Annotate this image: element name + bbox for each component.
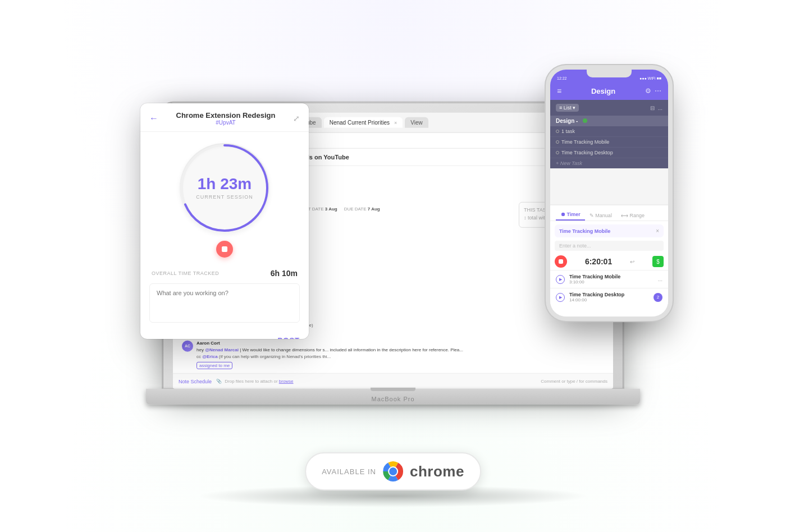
phone-timer-section: ⏺ Timer ✎ Manual ⟷ Range Time Tracking M…	[550, 204, 668, 317]
phone-range-tab[interactable]: ⟷ Range	[616, 213, 649, 221]
history-item-1: ▶ Time Tracking Desktop 14:00:00 2	[550, 288, 668, 306]
comment-cc: cc @Erica (if you can help with organizi…	[196, 354, 463, 359]
comment-input[interactable]: Comment or type / for commands	[541, 379, 607, 384]
tab-nenad[interactable]: Nenad Current Priorities ×	[324, 117, 403, 128]
history-text-1: Time Tracking Desktop 14:00:00	[569, 292, 649, 302]
timer-circle-container: 1h 23m CURRENT SESSION	[140, 132, 309, 263]
note-section	[140, 283, 309, 332]
task-item-1[interactable]: Time Tracking Mobile	[550, 137, 668, 148]
play-btn-1[interactable]: ▶	[556, 293, 565, 302]
post-button[interactable]: POST	[140, 332, 309, 339]
overall-label: OVERALL TIME TRACKED	[152, 270, 219, 276]
cc-mention: @Erica	[202, 354, 217, 359]
note-btn[interactable]: Note Schedule	[179, 378, 212, 384]
phone-note-input[interactable]: Enter a note...	[555, 241, 664, 251]
phone-record-row: 6:20:01 ↩ $	[550, 253, 668, 270]
chrome-availability-badge[interactable]: AVAILABLE IN chrome	[305, 452, 481, 490]
task-dot-0	[556, 130, 559, 133]
phone-header-actions: ⚙ ⋯	[645, 87, 661, 95]
settings-icon[interactable]: ⚙	[645, 87, 651, 95]
tab-label: View	[410, 120, 423, 126]
ext-title-area: Chrome Extension Redesign #UpvAT	[158, 111, 293, 126]
history-more-0[interactable]: ...	[658, 276, 662, 282]
timer-ring-svg	[177, 141, 272, 235]
history-name-0: Time Tracking Mobile	[569, 274, 654, 279]
comment-text: hey @Nenad Marcai | We would like to cha…	[196, 346, 463, 352]
overall-section: OVERALL TIME TRACKED 6h 10m	[140, 263, 309, 283]
task-name-2: Time Tracking Desktop	[561, 150, 613, 155]
task-name-1: Time Tracking Mobile	[561, 139, 609, 145]
task-dot-1	[556, 140, 559, 144]
history-time-1: 14:00:00	[569, 297, 649, 302]
list-view-btn[interactable]: ≡ List ▾	[556, 104, 579, 112]
history-time-0: 3:10:00	[569, 279, 654, 285]
comment-body: | We would like to change dimensions for…	[240, 347, 463, 352]
task-item-0[interactable]: 1 task	[550, 126, 668, 137]
phone-time: 12:22	[557, 76, 567, 80]
phone-list-header: ≡ List ▾ ⊟ ...	[550, 100, 668, 116]
svg-point-4	[389, 467, 397, 475]
drop-icon: 📎	[216, 379, 222, 384]
phone-screen: 12:22 ●●● WiFi ■■ ≡ Design ⚙ ⋯ ≡ List ▾ …	[550, 70, 668, 317]
chrome-logo-svg	[383, 461, 403, 481]
more-icon[interactable]: ⋯	[655, 87, 661, 95]
browse-link[interactable]: browse	[279, 379, 294, 384]
phone-task-close[interactable]: ×	[656, 228, 659, 234]
phone-timer-tab[interactable]: ⏺ Timer	[556, 212, 585, 221]
stop-icon	[222, 246, 227, 252]
scene: Marketing Advertising YouTube Nenad Curr…	[84, 25, 702, 507]
back-button[interactable]: ←	[149, 113, 158, 123]
billable-icon[interactable]: $	[652, 256, 664, 267]
undo-icon[interactable]: ↩	[630, 259, 634, 265]
filter-icon[interactable]: ⊟	[650, 105, 655, 111]
history-badge-1: 2	[654, 293, 662, 302]
phone-section: Design -	[550, 116, 668, 126]
menu-icon[interactable]: ≡	[557, 86, 561, 95]
play-btn-0[interactable]: ▶	[556, 275, 565, 284]
macbook-notch	[371, 388, 415, 391]
drop-label: Drop files here to attach or	[225, 379, 279, 384]
phone-timer-tabs: ⏺ Timer ✎ Manual ⟷ Range	[550, 205, 668, 221]
phone-current-task[interactable]: Time Tracking Mobile ×	[555, 224, 664, 237]
assigned-badge: assigned to me	[196, 362, 232, 369]
ext-subtitle: #UpvAT	[158, 120, 293, 126]
cc-text: (if you can help with organizing in Nena…	[219, 354, 331, 359]
aaron-avatar: AC	[182, 340, 193, 351]
timer-circle: 1h 23m CURRENT SESSION	[180, 143, 269, 233]
task-item-2[interactable]: Time Tracking Desktop	[550, 148, 668, 158]
phone-manual-tab[interactable]: ✎ Manual	[585, 213, 616, 221]
phone-time-display: 6:20:01	[585, 257, 612, 266]
history-text-0: Time Tracking Mobile 3:10:00	[569, 274, 654, 285]
expand-button[interactable]: ⤢	[293, 114, 300, 123]
close-icon[interactable]: ×	[394, 120, 397, 125]
comment-mention: @Nenad Marcai	[205, 347, 239, 352]
list-more-icon[interactable]: ...	[658, 105, 662, 111]
phone-app-title: Design	[591, 87, 615, 95]
phone-task-name: Time Tracking Mobile	[559, 228, 610, 234]
ext-header: ← Chrome Extension Redesign #UpvAT ⤢	[140, 103, 309, 132]
task-dot-2	[556, 151, 559, 154]
phone-header: ≡ Design ⚙ ⋯	[550, 82, 668, 100]
tab-view[interactable]: View	[405, 117, 428, 128]
section-dot	[583, 118, 587, 123]
task-name-0: 1 task	[561, 129, 575, 134]
assigned-text: assigned to me	[199, 363, 230, 368]
record-icon	[559, 259, 563, 264]
new-task-item[interactable]: + New Task	[550, 158, 668, 168]
note-input[interactable]	[149, 283, 300, 323]
comment-author: Aaron Cort	[196, 340, 463, 345]
available-in-label: AVAILABLE IN	[322, 467, 376, 476]
new-task-label: + New Task	[556, 160, 582, 166]
history-item-0: ▶ Time Tracking Mobile 3:10:00 ...	[550, 270, 668, 288]
phone-signals: ●●● WiFi ■■	[639, 76, 661, 80]
ext-title: Chrome Extension Redesign	[158, 111, 293, 120]
comment-content: Aaron Cort hey @Nenad Marcai | We would …	[196, 340, 463, 369]
section-title: Design -	[556, 118, 578, 124]
record-button[interactable]	[555, 255, 567, 268]
comment-row: AC Aaron Cort hey @Nenad Marcai | We wou…	[182, 340, 510, 369]
overall-value: 6h 10m	[271, 269, 298, 278]
history-name-1: Time Tracking Desktop	[569, 292, 649, 297]
phone-notch	[587, 70, 632, 77]
stop-timer-button[interactable]	[216, 241, 233, 258]
tab-label: Nenad Current Priorities	[330, 120, 390, 126]
